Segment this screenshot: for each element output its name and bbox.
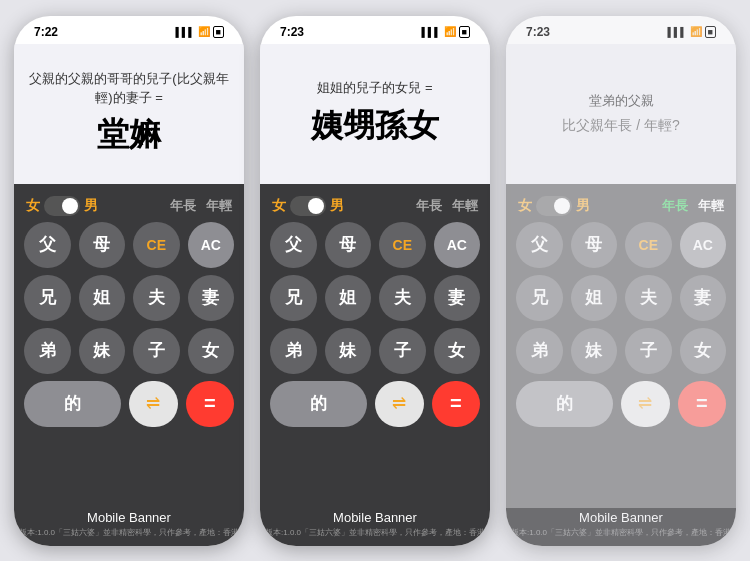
btn-母[interactable]: 母 (325, 222, 372, 268)
button-row-1: 父母CEAC (24, 222, 234, 268)
bottom-row: 的⇌= (516, 381, 726, 427)
keypad-area: 女男年長年輕父母CEAC兄姐夫妻弟妹子女的⇌= (14, 184, 244, 508)
btn-女[interactable]: 女 (434, 328, 481, 374)
phone-1: 7:22 ▌▌▌ 📶 ■ 父親的父親的哥哥的兒子(比父親年輕)的妻子 =堂嫲女男… (14, 16, 244, 546)
age-younger-label[interactable]: 年輕 (452, 197, 478, 215)
status-time: 7:23 (280, 25, 304, 39)
bottom-row: 的⇌= (270, 381, 480, 427)
btn-equals[interactable]: = (186, 381, 235, 427)
button-row-2: 兄姐夫妻 (24, 275, 234, 321)
status-icons: ▌▌▌ 📶 ■ (175, 26, 224, 38)
button-row-3: 弟妹子女 (270, 328, 480, 374)
btn-equals[interactable]: = (432, 381, 481, 427)
btn-妻[interactable]: 妻 (434, 275, 481, 321)
btn-AC[interactable]: AC (434, 222, 481, 268)
age-younger-label[interactable]: 年輕 (206, 197, 232, 215)
display-prompt: 比父親年長 / 年輕? (562, 117, 679, 135)
btn-妹[interactable]: 妹 (79, 328, 126, 374)
phones-container: 7:22 ▌▌▌ 📶 ■ 父親的父親的哥哥的兒子(比父親年輕)的妻子 =堂嫲女男… (0, 0, 750, 561)
btn-CE[interactable]: CE (133, 222, 180, 268)
btn-de[interactable]: 的 (24, 381, 121, 427)
btn-AC[interactable]: AC (188, 222, 235, 268)
button-row-1: 父母CEAC (516, 222, 726, 268)
display-answer: 姨甥孫女 (311, 104, 439, 148)
age-older-label[interactable]: 年長 (416, 197, 442, 215)
gender-female-label[interactable]: 女 (26, 197, 40, 215)
status-time: 7:22 (34, 25, 58, 39)
footer-banner: Mobile Banner (18, 510, 240, 525)
btn-AC[interactable]: AC (680, 222, 727, 268)
display-area: 姐姐的兒子的女兒 =姨甥孫女 (260, 44, 490, 184)
btn-父[interactable]: 父 (24, 222, 71, 268)
btn-女[interactable]: 女 (188, 328, 235, 374)
btn-arrow[interactable]: ⇌ (375, 381, 424, 427)
footer-version: 版本:1.0.0「三姑六婆」並非精密科學，只作參考，產地：香港 (18, 527, 240, 538)
btn-姐[interactable]: 姐 (571, 275, 618, 321)
btn-父[interactable]: 父 (516, 222, 563, 268)
gender-male-label[interactable]: 男 (576, 197, 590, 215)
gender-male-label[interactable]: 男 (84, 197, 98, 215)
btn-妹[interactable]: 妹 (325, 328, 372, 374)
btn-兄[interactable]: 兄 (516, 275, 563, 321)
btn-兄[interactable]: 兄 (270, 275, 317, 321)
btn-姐[interactable]: 姐 (325, 275, 372, 321)
button-row-2: 兄姐夫妻 (270, 275, 480, 321)
btn-de[interactable]: 的 (270, 381, 367, 427)
btn-母[interactable]: 母 (571, 222, 618, 268)
btn-母[interactable]: 母 (79, 222, 126, 268)
btn-夫[interactable]: 夫 (379, 275, 426, 321)
btn-兄[interactable]: 兄 (24, 275, 71, 321)
footer-banner: Mobile Banner (510, 510, 732, 525)
button-row-3: 弟妹子女 (24, 328, 234, 374)
gender-row: 女男年長年輕 (516, 192, 726, 222)
btn-de[interactable]: 的 (516, 381, 613, 427)
display-area: 父親的父親的哥哥的兒子(比父親年輕)的妻子 =堂嫲 (14, 44, 244, 184)
bottom-row: 的⇌= (24, 381, 234, 427)
gender-toggle[interactable] (44, 196, 80, 216)
display-question: 父親的父親的哥哥的兒子(比父親年輕)的妻子 = (28, 70, 230, 106)
btn-equals[interactable]: = (678, 381, 727, 427)
gender-male-label[interactable]: 男 (330, 197, 344, 215)
status-bar: 7:23 ▌▌▌ 📶 ■ (506, 16, 736, 44)
btn-子[interactable]: 子 (625, 328, 672, 374)
age-older-label[interactable]: 年長 (662, 197, 688, 215)
status-time: 7:23 (526, 25, 550, 39)
btn-夫[interactable]: 夫 (625, 275, 672, 321)
btn-妹[interactable]: 妹 (571, 328, 618, 374)
btn-arrow[interactable]: ⇌ (129, 381, 178, 427)
display-answer: 堂嫲 (97, 113, 161, 157)
btn-父[interactable]: 父 (270, 222, 317, 268)
gender-row: 女男年長年輕 (24, 192, 234, 222)
age-labels: 年長年輕 (170, 197, 232, 215)
btn-夫[interactable]: 夫 (133, 275, 180, 321)
btn-子[interactable]: 子 (133, 328, 180, 374)
btn-弟[interactable]: 弟 (24, 328, 71, 374)
btn-CE[interactable]: CE (625, 222, 672, 268)
age-labels: 年長年輕 (662, 197, 724, 215)
footer-version: 版本:1.0.0「三姑六婆」並非精密科學，只作參考，產地：香港 (264, 527, 486, 538)
btn-妻[interactable]: 妻 (680, 275, 727, 321)
gender-row: 女男年長年輕 (270, 192, 480, 222)
button-row-1: 父母CEAC (270, 222, 480, 268)
btn-子[interactable]: 子 (379, 328, 426, 374)
status-icons: ▌▌▌ 📶 ■ (421, 26, 470, 38)
status-bar: 7:23 ▌▌▌ 📶 ■ (260, 16, 490, 44)
btn-CE[interactable]: CE (379, 222, 426, 268)
btn-弟[interactable]: 弟 (516, 328, 563, 374)
gender-female-label[interactable]: 女 (272, 197, 286, 215)
gender-toggle[interactable] (290, 196, 326, 216)
btn-妻[interactable]: 妻 (188, 275, 235, 321)
btn-女[interactable]: 女 (680, 328, 727, 374)
age-older-label[interactable]: 年長 (170, 197, 196, 215)
phone-footer: Mobile Banner 版本:1.0.0「三姑六婆」並非精密科學，只作參考，… (506, 508, 736, 546)
btn-姐[interactable]: 姐 (79, 275, 126, 321)
age-younger-label[interactable]: 年輕 (698, 197, 724, 215)
gender-female-label[interactable]: 女 (518, 197, 532, 215)
status-bar: 7:22 ▌▌▌ 📶 ■ (14, 16, 244, 44)
btn-弟[interactable]: 弟 (270, 328, 317, 374)
keypad-area: 女男年長年輕父母CEAC兄姐夫妻弟妹子女的⇌= (506, 184, 736, 508)
display-question: 堂弟的父親 (589, 92, 654, 110)
phone-footer: Mobile Banner 版本:1.0.0「三姑六婆」並非精密科學，只作參考，… (14, 508, 244, 546)
gender-toggle[interactable] (536, 196, 572, 216)
btn-arrow[interactable]: ⇌ (621, 381, 670, 427)
